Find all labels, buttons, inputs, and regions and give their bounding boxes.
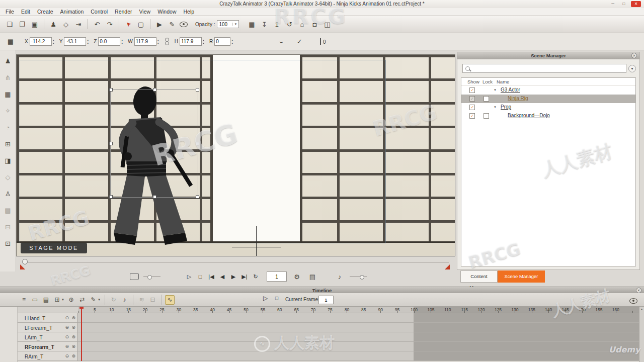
key-editor-icon[interactable]: ⊞ xyxy=(2,138,14,149)
actor-mode-icon[interactable]: ♟ xyxy=(2,55,14,66)
timeline-track[interactable]: RArm_T⊖⊗ xyxy=(18,351,639,361)
open-project-icon[interactable]: ❐ xyxy=(17,19,28,30)
show-checkbox[interactable]: ✓ xyxy=(469,113,475,119)
stage-viewport[interactable]: STAGE MODE xyxy=(16,54,455,256)
scene-row[interactable]: ✓▼G3 Actor xyxy=(461,86,635,95)
ease-curve-icon[interactable]: ⌣ xyxy=(276,36,287,47)
selection-box[interactable] xyxy=(110,89,198,198)
motion-clip-icon[interactable]: ▶ xyxy=(154,19,165,30)
loop-button[interactable]: ↻ xyxy=(251,274,260,280)
motion-pilot-icon[interactable]: ✧ xyxy=(2,105,14,116)
composer-icon[interactable]: ◨ xyxy=(2,155,14,166)
spinner-buttons[interactable]: ▲▼ xyxy=(52,37,55,46)
playhead[interactable] xyxy=(81,307,82,361)
lock-checkbox[interactable]: ✓ xyxy=(484,96,489,102)
track-lane[interactable] xyxy=(78,342,639,351)
transform-x-input[interactable] xyxy=(30,37,52,46)
show-checkbox[interactable]: ✓ xyxy=(469,105,475,110)
scene-row[interactable]: ✓✓Background—Dojo xyxy=(461,112,635,120)
preview-monitor-icon[interactable]: ⊡ xyxy=(2,238,14,249)
selection-handle[interactable] xyxy=(196,88,199,92)
preview-settings-icon[interactable]: ⚙ xyxy=(291,271,302,282)
track-option-icon[interactable]: ⊖ xyxy=(65,324,69,330)
track-remove-icon[interactable]: ⊗ xyxy=(71,324,75,330)
track-option-icon[interactable]: ⊖ xyxy=(65,353,69,359)
actor-import-icon[interactable]: ↧ xyxy=(259,19,270,30)
new-project-icon[interactable]: ❏ xyxy=(4,19,15,30)
timeline-header[interactable]: Timeline ✕ xyxy=(0,287,644,293)
current-frame-input[interactable] xyxy=(318,296,334,304)
wave-icon[interactable]: ≋ xyxy=(137,295,146,305)
image-clip-icon[interactable]: ▦ xyxy=(246,19,257,30)
transform-r-input[interactable] xyxy=(214,37,230,46)
actor-template-icon[interactable]: ♟ xyxy=(48,19,59,30)
scene-row[interactable]: ✓▼Prop xyxy=(461,103,635,112)
last-frame-button[interactable]: ▶| xyxy=(240,274,249,280)
collect-clip-icon[interactable] xyxy=(130,273,139,280)
timeline-scrollbar[interactable]: ▲ xyxy=(639,307,644,362)
menu-edit[interactable]: Edit xyxy=(18,9,34,15)
curve-editor-icon[interactable]: ∿ xyxy=(165,295,175,305)
track-lane[interactable] xyxy=(78,313,639,323)
tab-content-manager[interactable]: Content Manager xyxy=(460,270,498,283)
menu-render[interactable]: Render xyxy=(111,9,135,15)
speed-slider[interactable] xyxy=(143,277,160,277)
zoom-icon[interactable]: ⊟ xyxy=(148,295,157,305)
close-button[interactable]: ✕ xyxy=(631,1,641,7)
transform-y-input[interactable] xyxy=(64,37,86,46)
close-panel-icon[interactable]: ✕ xyxy=(631,53,637,58)
loop-icon[interactable]: ↻ xyxy=(109,295,118,305)
timeline-track[interactable]: LForearm_T⊖⊗ xyxy=(18,323,639,332)
close-timeline-icon[interactable]: ✕ xyxy=(636,288,641,293)
maximize-button[interactable]: □ xyxy=(619,1,629,7)
timeline-track[interactable]: LArm_T⊖⊗ xyxy=(18,332,639,342)
timeline-play-button[interactable]: ▷ xyxy=(263,295,268,302)
selection-handle[interactable] xyxy=(153,88,156,92)
tab-scene-manager[interactable]: Scene Manager xyxy=(498,270,545,283)
filter-dropdown-button[interactable]: ▼ xyxy=(628,65,636,72)
object-track-icon[interactable]: ▭ xyxy=(30,295,40,305)
track-option-icon[interactable]: ⊖ xyxy=(65,334,69,340)
volume-icon[interactable]: ♪ xyxy=(334,271,345,282)
track-label[interactable]: LArm_T⊖⊗ xyxy=(18,332,78,342)
track-remove-icon[interactable]: ⊗ xyxy=(71,315,75,321)
export-icon[interactable]: ⇥ xyxy=(73,19,84,30)
menu-file[interactable]: File xyxy=(2,9,18,15)
playhead-flag[interactable] xyxy=(79,307,84,309)
camera-icon[interactable]: ◘ xyxy=(309,19,320,30)
scene-item-name[interactable]: G3 Actor xyxy=(501,87,520,93)
prop-template-icon[interactable]: ◇ xyxy=(60,19,71,30)
lock-checkbox[interactable]: ✓ xyxy=(484,113,489,119)
pen-tool-icon[interactable]: ✎ xyxy=(167,19,178,30)
layer-icon[interactable]: ▤ xyxy=(2,205,14,216)
volume-slider-knob[interactable] xyxy=(360,275,364,280)
bone-editor-icon[interactable]: ⋔ xyxy=(2,72,14,83)
timeline-ruler[interactable]: 5101520253035404550556065707580859095100… xyxy=(78,307,639,313)
track-label[interactable]: RForearm_T⊖⊗ xyxy=(18,342,78,351)
rotate-view-icon[interactable]: ↺ xyxy=(284,19,295,30)
select-tool-icon[interactable]: ➤ xyxy=(120,16,136,32)
link-width-height-icon[interactable] xyxy=(164,38,170,46)
menu-control[interactable]: Control xyxy=(87,9,111,15)
track-label[interactable]: RArm_T⊖⊗ xyxy=(18,351,78,361)
save-project-icon[interactable]: ▣ xyxy=(29,19,40,30)
speed-slider-knob[interactable] xyxy=(147,275,152,280)
actor-proportion-icon[interactable]: ♙ xyxy=(2,188,14,199)
range-start-marker[interactable] xyxy=(20,264,25,269)
show-checkbox[interactable]: ✓ xyxy=(469,96,475,102)
track-remove-icon[interactable]: ⊗ xyxy=(71,343,75,349)
spinner-buttons[interactable]: ▲▼ xyxy=(87,37,89,46)
scene-item-name[interactable]: Background—Dojo xyxy=(508,113,550,118)
eye-tool-icon[interactable] xyxy=(179,19,188,30)
transform-h-input[interactable] xyxy=(180,37,202,46)
menu-window[interactable]: Window xyxy=(154,9,180,15)
track-label[interactable]: LHand_T⊖⊗ xyxy=(18,313,78,323)
redo-icon[interactable]: ↷ xyxy=(104,19,115,30)
expand-caret-icon[interactable]: ▼ xyxy=(494,88,497,92)
first-frame-button[interactable]: |◀ xyxy=(207,274,216,280)
edit-key-caret-icon[interactable]: ▾ xyxy=(97,295,101,305)
scene-item-name[interactable]: Ninja Rig xyxy=(508,96,528,101)
spinner-buttons[interactable]: ▲▼ xyxy=(231,37,233,46)
scene-row[interactable]: ✓✓Ninja Rig xyxy=(461,95,635,103)
spinner-buttons[interactable]: ▲▼ xyxy=(121,37,123,46)
